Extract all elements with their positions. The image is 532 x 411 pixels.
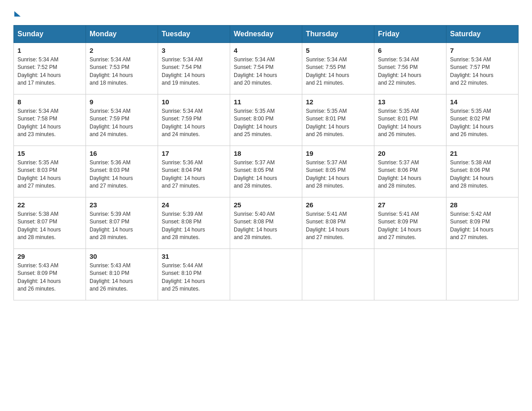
- calendar-week-3: 15 Sunrise: 5:35 AMSunset: 8:03 PMDaylig…: [14, 146, 519, 197]
- day-number: 2: [90, 47, 154, 54]
- day-info: Sunrise: 5:40 AMSunset: 8:08 PMDaylight:…: [234, 210, 298, 242]
- calendar-week-1: 1 Sunrise: 5:34 AMSunset: 7:52 PMDayligh…: [14, 43, 519, 94]
- day-number: 11: [234, 98, 298, 106]
- day-info: Sunrise: 5:35 AMSunset: 8:01 PMDaylight:…: [306, 107, 370, 139]
- col-header-tuesday: Tuesday: [158, 26, 230, 43]
- day-info: Sunrise: 5:43 AMSunset: 8:09 PMDaylight:…: [17, 262, 82, 293]
- calendar-week-2: 8 Sunrise: 5:34 AMSunset: 7:58 PMDayligh…: [14, 94, 519, 146]
- day-number: 19: [306, 150, 370, 157]
- calendar-cell: 6 Sunrise: 5:34 AMSunset: 7:56 PMDayligh…: [374, 43, 446, 94]
- calendar-cell: 15 Sunrise: 5:35 AMSunset: 8:03 PMDaylig…: [14, 146, 86, 197]
- day-info: Sunrise: 5:34 AMSunset: 7:59 PMDaylight:…: [162, 107, 226, 139]
- day-number: 10: [162, 98, 226, 106]
- day-number: 28: [450, 201, 515, 209]
- calendar-header: SundayMondayTuesdayWednesdayThursdayFrid…: [14, 26, 519, 43]
- day-number: 29: [17, 253, 82, 260]
- day-number: 21: [450, 150, 515, 157]
- calendar-cell: 27 Sunrise: 5:41 AMSunset: 8:09 PMDaylig…: [374, 197, 446, 249]
- logo: [13, 9, 21, 17]
- calendar-cell: 29 Sunrise: 5:43 AMSunset: 8:09 PMDaylig…: [14, 249, 86, 300]
- calendar-table: SundayMondayTuesdayWednesdayThursdayFrid…: [13, 25, 519, 300]
- calendar-cell: 9 Sunrise: 5:34 AMSunset: 7:59 PMDayligh…: [86, 94, 158, 146]
- calendar-body: 1 Sunrise: 5:34 AMSunset: 7:52 PMDayligh…: [14, 43, 519, 300]
- calendar-cell: 18 Sunrise: 5:37 AMSunset: 8:05 PMDaylig…: [230, 146, 302, 197]
- day-info: Sunrise: 5:34 AMSunset: 7:58 PMDaylight:…: [17, 107, 82, 139]
- calendar-cell: 8 Sunrise: 5:34 AMSunset: 7:58 PMDayligh…: [14, 94, 86, 146]
- day-number: 30: [90, 253, 154, 260]
- day-info: Sunrise: 5:37 AMSunset: 8:06 PMDaylight:…: [378, 159, 442, 190]
- col-header-thursday: Thursday: [302, 26, 374, 43]
- day-number: 13: [378, 98, 442, 106]
- day-number: 15: [17, 150, 82, 157]
- day-info: Sunrise: 5:41 AMSunset: 8:08 PMDaylight:…: [306, 210, 370, 242]
- calendar-cell: 13 Sunrise: 5:35 AMSunset: 8:01 PMDaylig…: [374, 94, 446, 146]
- day-info: Sunrise: 5:38 AMSunset: 8:06 PMDaylight:…: [450, 159, 515, 190]
- calendar-week-4: 22 Sunrise: 5:38 AMSunset: 8:07 PMDaylig…: [14, 197, 519, 249]
- calendar-cell: 26 Sunrise: 5:41 AMSunset: 8:08 PMDaylig…: [302, 197, 374, 249]
- col-header-sunday: Sunday: [14, 26, 86, 43]
- calendar-cell: 14 Sunrise: 5:35 AMSunset: 8:02 PMDaylig…: [446, 94, 519, 146]
- day-info: Sunrise: 5:42 AMSunset: 8:09 PMDaylight:…: [450, 210, 515, 242]
- day-number: 16: [90, 150, 154, 157]
- day-number: 9: [90, 98, 154, 106]
- day-info: Sunrise: 5:38 AMSunset: 8:07 PMDaylight:…: [17, 210, 82, 242]
- calendar-cell: 11 Sunrise: 5:35 AMSunset: 8:00 PMDaylig…: [230, 94, 302, 146]
- day-number: 22: [17, 201, 82, 209]
- day-info: Sunrise: 5:39 AMSunset: 8:07 PMDaylight:…: [90, 210, 154, 242]
- day-info: Sunrise: 5:44 AMSunset: 8:10 PMDaylight:…: [162, 262, 226, 293]
- calendar-cell: 30 Sunrise: 5:43 AMSunset: 8:10 PMDaylig…: [86, 249, 158, 300]
- day-number: 17: [162, 150, 226, 157]
- calendar-cell: [230, 249, 302, 300]
- calendar-cell: 5 Sunrise: 5:34 AMSunset: 7:55 PMDayligh…: [302, 43, 374, 94]
- day-number: 14: [450, 98, 515, 106]
- day-number: 4: [234, 47, 298, 54]
- day-info: Sunrise: 5:35 AMSunset: 8:00 PMDaylight:…: [234, 107, 298, 139]
- calendar-cell: 21 Sunrise: 5:38 AMSunset: 8:06 PMDaylig…: [446, 146, 519, 197]
- calendar-cell: 10 Sunrise: 5:34 AMSunset: 7:59 PMDaylig…: [158, 94, 230, 146]
- day-info: Sunrise: 5:34 AMSunset: 7:57 PMDaylight:…: [450, 56, 515, 87]
- calendar-cell: 1 Sunrise: 5:34 AMSunset: 7:52 PMDayligh…: [14, 43, 86, 94]
- day-number: 5: [306, 47, 370, 54]
- calendar-cell: 16 Sunrise: 5:36 AMSunset: 8:03 PMDaylig…: [86, 146, 158, 197]
- col-header-wednesday: Wednesday: [230, 26, 302, 43]
- day-info: Sunrise: 5:34 AMSunset: 7:54 PMDaylight:…: [234, 56, 298, 87]
- day-info: Sunrise: 5:34 AMSunset: 7:59 PMDaylight:…: [90, 107, 154, 139]
- day-info: Sunrise: 5:34 AMSunset: 7:53 PMDaylight:…: [90, 56, 154, 87]
- day-number: 23: [90, 201, 154, 209]
- calendar-cell: 25 Sunrise: 5:40 AMSunset: 8:08 PMDaylig…: [230, 197, 302, 249]
- day-info: Sunrise: 5:39 AMSunset: 8:08 PMDaylight:…: [162, 210, 226, 242]
- calendar-cell: 23 Sunrise: 5:39 AMSunset: 8:07 PMDaylig…: [86, 197, 158, 249]
- day-info: Sunrise: 5:35 AMSunset: 8:02 PMDaylight:…: [450, 107, 515, 139]
- calendar-cell: 24 Sunrise: 5:39 AMSunset: 8:08 PMDaylig…: [158, 197, 230, 249]
- col-header-saturday: Saturday: [446, 26, 519, 43]
- day-info: Sunrise: 5:35 AMSunset: 8:03 PMDaylight:…: [17, 159, 82, 190]
- col-header-friday: Friday: [374, 26, 446, 43]
- day-number: 25: [234, 201, 298, 209]
- calendar-cell: 4 Sunrise: 5:34 AMSunset: 7:54 PMDayligh…: [230, 43, 302, 94]
- col-header-monday: Monday: [86, 26, 158, 43]
- day-number: 6: [378, 47, 442, 54]
- calendar-cell: 22 Sunrise: 5:38 AMSunset: 8:07 PMDaylig…: [14, 197, 86, 249]
- day-info: Sunrise: 5:34 AMSunset: 7:52 PMDaylight:…: [17, 56, 82, 87]
- day-info: Sunrise: 5:34 AMSunset: 7:56 PMDaylight:…: [378, 56, 442, 87]
- day-info: Sunrise: 5:43 AMSunset: 8:10 PMDaylight:…: [90, 262, 154, 293]
- day-info: Sunrise: 5:35 AMSunset: 8:01 PMDaylight:…: [378, 107, 442, 139]
- calendar-cell: [302, 249, 374, 300]
- calendar-cell: [446, 249, 519, 300]
- calendar-cell: 31 Sunrise: 5:44 AMSunset: 8:10 PMDaylig…: [158, 249, 230, 300]
- calendar-cell: 3 Sunrise: 5:34 AMSunset: 7:54 PMDayligh…: [158, 43, 230, 94]
- day-number: 31: [162, 253, 226, 260]
- day-number: 18: [234, 150, 298, 157]
- calendar-cell: [374, 249, 446, 300]
- calendar-cell: 28 Sunrise: 5:42 AMSunset: 8:09 PMDaylig…: [446, 197, 519, 249]
- day-info: Sunrise: 5:37 AMSunset: 8:05 PMDaylight:…: [306, 159, 370, 190]
- day-info: Sunrise: 5:41 AMSunset: 8:09 PMDaylight:…: [378, 210, 442, 242]
- day-info: Sunrise: 5:36 AMSunset: 8:04 PMDaylight:…: [162, 159, 226, 190]
- calendar-cell: 19 Sunrise: 5:37 AMSunset: 8:05 PMDaylig…: [302, 146, 374, 197]
- day-number: 26: [306, 201, 370, 209]
- day-info: Sunrise: 5:34 AMSunset: 7:54 PMDaylight:…: [162, 56, 226, 87]
- day-info: Sunrise: 5:36 AMSunset: 8:03 PMDaylight:…: [90, 159, 154, 190]
- logo-arrow-shape: [14, 11, 21, 17]
- day-number: 24: [162, 201, 226, 209]
- day-number: 3: [162, 47, 226, 54]
